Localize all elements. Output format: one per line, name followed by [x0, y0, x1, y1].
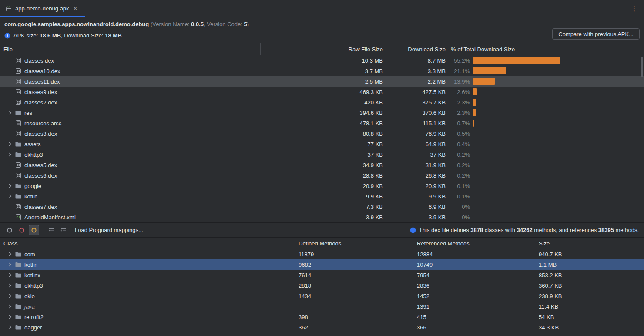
class-row[interactable]: com1187912884940.7 KB	[0, 249, 644, 259]
raw-size-cell: 20.9 KB	[260, 183, 386, 189]
percent-bar	[473, 193, 473, 200]
chevron-right-icon[interactable]	[5, 193, 15, 200]
chevron-right-icon[interactable]	[5, 151, 15, 158]
raw-size-cell: 28.8 KB	[260, 172, 386, 179]
compare-previous-apk-button[interactable]: Compare with previous APK...	[552, 28, 640, 40]
file-row[interactable]: classes7.dex7.3 KB6.9 KB0%	[0, 202, 644, 212]
percent-cell: 2.3%	[447, 110, 470, 116]
class-row[interactable]: dagger36236634.3 KB	[0, 322, 644, 333]
percent-bar-cell	[470, 141, 644, 148]
class-row[interactable]: kotlinx76147954853.2 KB	[0, 270, 644, 280]
column-header-file[interactable]: File	[0, 46, 260, 53]
file-name: AndroidManifest.xml	[24, 214, 76, 221]
referenced-methods-cell: 415	[414, 314, 536, 320]
chevron-right-icon[interactable]	[5, 272, 15, 279]
file-row[interactable]: classes9.dex469.3 KB427.5 KB2.6%	[0, 87, 644, 97]
size-cell: 11.4 KB	[536, 303, 644, 310]
file-row[interactable]: assets77 KB64.9 KB0.4%	[0, 139, 644, 149]
file-row[interactable]: classes3.dex80.8 KB76.9 KB0.5%	[0, 128, 644, 139]
chevron-right-icon[interactable]	[5, 292, 15, 299]
file-row[interactable]: classes5.dex34.9 KB31.9 KB0.2%	[0, 160, 644, 170]
column-header-percent[interactable]: % of Total Download Size	[447, 46, 644, 53]
raw-size-cell: 3.9 KB	[260, 214, 386, 221]
chevron-right-icon[interactable]	[5, 261, 15, 268]
percent-bar-cell	[470, 130, 644, 137]
chevron-right-icon[interactable]	[5, 282, 15, 289]
file-cell: classes5.dex	[0, 161, 260, 168]
dex-file-icon	[15, 67, 22, 74]
file-row[interactable]: okhttp337 KB37 KB0.2%	[0, 149, 644, 160]
column-header-raw-size[interactable]: Raw File Size	[260, 43, 386, 55]
percent-cell: 0.1%	[447, 183, 470, 189]
defined-methods-cell: 9682	[296, 262, 414, 268]
defined-methods-cell: 398	[296, 314, 414, 320]
file-row[interactable]: res394.6 KB370.6 KB2.3%	[0, 108, 644, 118]
file-name: classes6.dex	[24, 172, 57, 179]
show-referenced-nodes-icon[interactable]	[29, 225, 39, 235]
file-row[interactable]: classes.dex10.3 MB8.7 MB55.2%	[0, 55, 644, 66]
size-cell: 853.2 KB	[536, 272, 644, 279]
class-row[interactable]: retrofit239841554 KB	[0, 312, 644, 322]
percent-cell: 0%	[447, 204, 470, 210]
class-row[interactable]: okhttp328182836360.7 KB	[0, 280, 644, 291]
load-proguard-mappings-button[interactable]: Load Proguard mappings...	[75, 227, 143, 233]
chevron-right-icon[interactable]	[5, 251, 15, 258]
file-cell: classes10.dex	[0, 67, 260, 74]
expand-all-icon[interactable]	[46, 225, 57, 235]
percent-bar	[473, 120, 474, 127]
percent-bar	[473, 151, 473, 158]
show-all-classes-icon[interactable]	[4, 225, 15, 235]
class-table-header: Class Defined Methods Referenced Methods…	[0, 238, 644, 249]
info-icon	[410, 227, 416, 233]
chevron-right-icon[interactable]	[5, 182, 15, 189]
column-header-referenced-methods[interactable]: Referenced Methods	[414, 240, 536, 247]
dex-file-icon	[15, 172, 22, 179]
file-row[interactable]: classes2.dex420 KB375.7 KB2.3%	[0, 97, 644, 108]
column-header-download-size[interactable]: Download Size	[386, 46, 447, 53]
download-size-cell: 115.1 KB	[386, 120, 447, 127]
file-name: classes11.dex	[24, 78, 60, 85]
file-name: res	[24, 110, 32, 116]
vertical-scrollbar-thumb[interactable]	[641, 57, 643, 77]
package-folder-icon	[15, 292, 22, 299]
referenced-methods-cell: 1452	[414, 293, 536, 299]
chevron-right-icon[interactable]	[5, 313, 15, 320]
class-name: okio	[24, 293, 35, 299]
class-cell: dagger	[0, 324, 296, 331]
class-row[interactable]: java139111.4 KB	[0, 301, 644, 312]
column-header-size[interactable]: Size	[536, 240, 644, 247]
chevron-right-icon[interactable]	[5, 141, 15, 148]
file-cell: res	[0, 109, 260, 116]
file-row[interactable]: classes10.dex3.7 MB3.3 MB21.1%	[0, 66, 644, 76]
class-row[interactable]: okio14341452238.9 KB	[0, 291, 644, 301]
file-row[interactable]: classes11.dex2.5 MB2.2 MB13.9%	[0, 76, 644, 87]
class-row[interactable]: kotlin9682107491.1 MB	[0, 259, 644, 270]
download-size-cell: 37 KB	[386, 151, 447, 158]
tab-apk-analyzer[interactable]: app-demo-debug.apk ✕	[0, 0, 85, 17]
file-cell: classes6.dex	[0, 172, 260, 179]
raw-size-cell: 9.9 KB	[260, 193, 386, 200]
version-name: 0.0.5	[191, 21, 204, 27]
dex-toolbar: Load Proguard mappings... This dex file …	[0, 223, 644, 238]
column-header-defined-methods[interactable]: Defined Methods	[296, 240, 414, 247]
file-row[interactable]: kotlin9.9 KB9.9 KB0.1%	[0, 191, 644, 202]
file-name: classes.dex	[24, 57, 54, 64]
tab-title: app-demo-debug.apk	[15, 5, 69, 12]
referenced-methods-cell: 1391	[414, 303, 536, 310]
referenced-methods-cell: 7954	[414, 272, 536, 279]
collapse-all-icon[interactable]	[58, 225, 69, 235]
show-removed-nodes-icon[interactable]	[17, 225, 27, 235]
chevron-right-icon[interactable]	[5, 324, 15, 331]
tab-close-icon[interactable]: ✕	[72, 5, 79, 12]
dex-file-icon	[15, 130, 22, 137]
more-options-icon[interactable]: ⋮	[631, 5, 638, 13]
file-row[interactable]: AndroidManifest.xml3.9 KB3.9 KB0%	[0, 212, 644, 222]
chevron-right-icon[interactable]	[5, 303, 15, 310]
chevron-right-icon[interactable]	[5, 109, 15, 116]
file-row[interactable]: resources.arsc478.1 KB115.1 KB0.7%	[0, 118, 644, 128]
percent-bar-cell	[470, 88, 644, 95]
column-header-class[interactable]: Class	[0, 240, 296, 247]
class-name: dagger	[24, 324, 42, 331]
file-row[interactable]: google20.9 KB20.9 KB0.1%	[0, 181, 644, 191]
file-row[interactable]: classes6.dex28.8 KB26.8 KB0.2%	[0, 170, 644, 181]
